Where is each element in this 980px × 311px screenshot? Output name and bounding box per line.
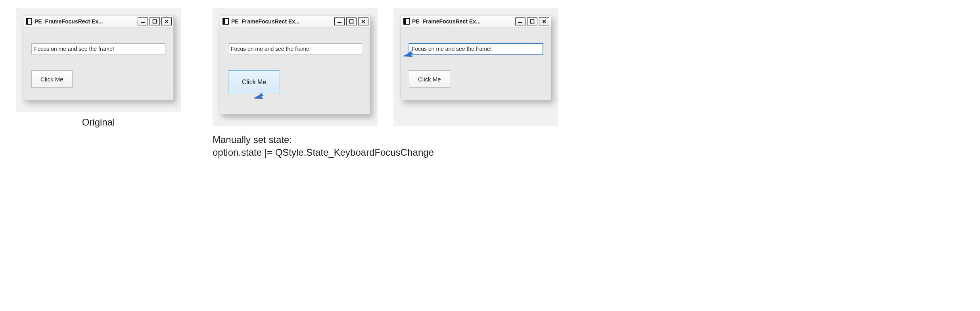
maximize-icon xyxy=(349,19,354,24)
minimize-icon xyxy=(140,19,145,24)
svg-rect-2 xyxy=(338,22,341,23)
window-button-hover: PE_FrameFocusRect Ex... xyxy=(220,15,370,114)
click-me-button[interactable]: Click Me xyxy=(409,70,450,88)
panel-original: PE_FrameFocusRect Ex... xyxy=(16,8,181,112)
column-modified: PE_FrameFocusRect Ex... xyxy=(213,8,558,159)
column-original: PE_FrameFocusRect Ex... xyxy=(16,8,181,128)
minimize-button[interactable] xyxy=(138,17,148,25)
titlebar[interactable]: PE_FrameFocusRect Ex... xyxy=(220,15,370,27)
click-me-button[interactable]: Click Me xyxy=(228,70,280,94)
maximize-button[interactable] xyxy=(346,17,357,25)
button-label: Click Me xyxy=(242,79,266,86)
window-controls xyxy=(515,17,549,25)
app-icon xyxy=(403,18,410,25)
window-title: PE_FrameFocusRect Ex... xyxy=(231,18,334,25)
svg-rect-1 xyxy=(153,19,157,23)
titlebar[interactable]: PE_FrameFocusRect Ex... xyxy=(23,15,173,27)
lineedit-text: Focus on me and see the frame! xyxy=(412,46,492,52)
caption-original: Original xyxy=(82,117,115,128)
caption-line1: Manually set state: xyxy=(213,133,434,146)
maximize-button[interactable] xyxy=(150,17,160,25)
client-area: Focus on me and see the frame! Click Me xyxy=(220,27,370,114)
close-icon xyxy=(542,19,547,24)
figure-row: PE_FrameFocusRect Ex... xyxy=(16,8,964,159)
window-controls xyxy=(334,17,368,25)
maximize-button[interactable] xyxy=(527,17,537,25)
focus-lineedit[interactable]: Focus on me and see the frame! xyxy=(409,43,543,54)
window-pair: PE_FrameFocusRect Ex... xyxy=(213,8,558,126)
maximize-icon xyxy=(530,19,535,24)
minimize-button[interactable] xyxy=(334,17,345,25)
window-controls xyxy=(138,17,172,25)
svg-rect-0 xyxy=(141,22,145,23)
focus-lineedit[interactable]: Focus on me and see the frame! xyxy=(228,43,362,54)
button-label: Click Me xyxy=(40,76,63,83)
titlebar[interactable]: PE_FrameFocusRect Ex... xyxy=(401,15,551,27)
button-label: Click Me xyxy=(418,76,441,83)
window-title: PE_FrameFocusRect Ex... xyxy=(412,18,515,25)
caption-line2: option.state |= QStyle.State_KeyboardFoc… xyxy=(213,146,434,159)
panel-lineedit-focus: PE_FrameFocusRect Ex... xyxy=(393,8,558,126)
window-original: PE_FrameFocusRect Ex... xyxy=(23,15,174,100)
close-icon xyxy=(164,19,169,24)
close-button[interactable] xyxy=(161,17,172,25)
lineedit-text: Focus on me and see the frame! xyxy=(231,46,311,52)
minimize-icon xyxy=(518,19,523,24)
minimize-button[interactable] xyxy=(515,17,525,25)
app-icon xyxy=(26,18,32,25)
maximize-icon xyxy=(152,19,157,24)
close-button[interactable] xyxy=(358,17,368,25)
click-me-button[interactable]: Click Me xyxy=(31,70,73,88)
app-icon xyxy=(222,18,229,25)
window-title: PE_FrameFocusRect Ex... xyxy=(35,18,138,25)
svg-rect-3 xyxy=(350,19,353,23)
close-icon xyxy=(361,19,366,24)
close-button[interactable] xyxy=(539,17,549,25)
focus-lineedit[interactable]: Focus on me and see the frame! xyxy=(31,43,165,54)
panel-button-hover: PE_FrameFocusRect Ex... xyxy=(213,8,378,126)
caption-modified: Manually set state: option.state |= QSty… xyxy=(213,133,434,159)
client-area: Focus on me and see the frame! Click Me xyxy=(23,27,173,100)
client-area: Focus on me and see the frame! Click Me xyxy=(401,27,551,100)
lineedit-text: Focus on me and see the frame! xyxy=(34,46,114,52)
minimize-icon xyxy=(337,19,342,24)
svg-rect-5 xyxy=(531,19,534,23)
window-lineedit-focus: PE_FrameFocusRect Ex... xyxy=(401,15,551,100)
svg-rect-4 xyxy=(518,22,522,23)
